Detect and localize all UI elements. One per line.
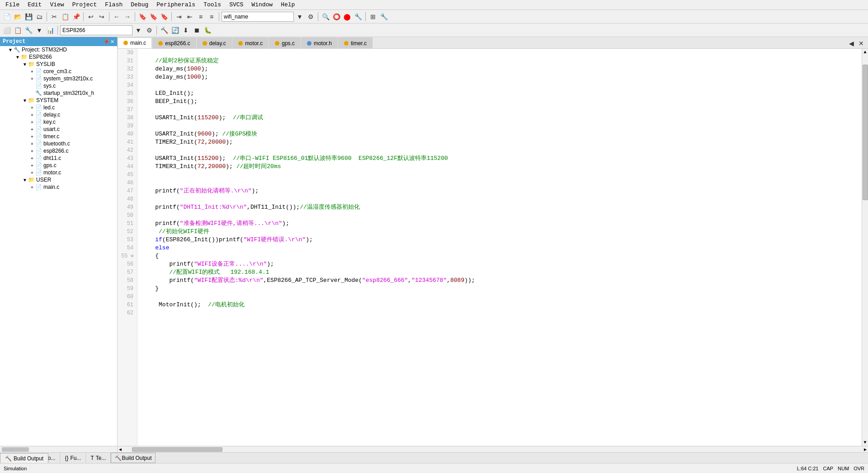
bookmark-btn[interactable]: 🔖 (137, 12, 147, 22)
tab-delay-c[interactable]: delay.c (197, 37, 232, 48)
target-settings-btn[interactable]: ⚙ (144, 25, 154, 35)
panel-close-btn[interactable]: ✕ (110, 39, 114, 45)
scrollbar-up-btn[interactable]: ▲ (863, 49, 867, 56)
tab-gps-c[interactable]: gps.c (269, 37, 301, 48)
tree-item-motor[interactable]: + 📄 motor.c (0, 169, 117, 176)
tree-item-key[interactable]: + 📄 key.c (0, 118, 117, 126)
tree-item-esp8266-c[interactable]: + 📄 esp8266.c (0, 147, 117, 155)
tree-item-core-cm3[interactable]: + 📄 core_cm3.c (0, 68, 117, 75)
stop-btn[interactable]: ⬤ (342, 12, 352, 22)
tree-item-system[interactable]: ▼ 📁 SYSTEM (0, 97, 117, 104)
menu-project[interactable]: Project (69, 0, 101, 9)
tree-item-esp8266-root[interactable]: ▼ 📁 ESP8266 (0, 53, 117, 61)
wifi-select-btn[interactable]: ▼ (295, 12, 305, 22)
indent-btn[interactable]: ⇥ (174, 12, 184, 22)
stop2-btn[interactable]: ⏹ (192, 25, 202, 35)
download-btn[interactable]: ⬇ (181, 25, 191, 35)
tab-motor-h[interactable]: motor.h (301, 37, 338, 48)
menu-svcs[interactable]: SVCS (226, 0, 247, 9)
hscroll-thumb[interactable] (132, 447, 222, 452)
menu-file[interactable]: File (2, 0, 23, 9)
tree-item-gps[interactable]: + 📄 gps.c (0, 162, 117, 169)
build-btn[interactable]: 🔨 (159, 25, 169, 35)
menu-window[interactable]: Window (248, 0, 276, 9)
bottom-tab-templates[interactable]: T Te... (86, 453, 111, 464)
tree-item-usart[interactable]: + 📄 usart.c (0, 126, 117, 133)
unindent-btn[interactable]: ⇤ (185, 12, 195, 22)
rebuild-btn[interactable]: 🔄 (170, 25, 180, 35)
nav-fwd-btn[interactable]: → (123, 12, 132, 22)
bookmark2-btn[interactable]: 🔖 (148, 12, 158, 22)
project-hscroll-thumb[interactable] (2, 447, 29, 452)
vertical-scrollbar[interactable]: ▲ ▼ (862, 49, 868, 446)
menu-debug[interactable]: Debug (127, 0, 152, 9)
hscroll-right-btn[interactable]: ▶ (863, 447, 868, 452)
search-btn[interactable]: 🔍 (321, 12, 330, 22)
paste-btn[interactable]: 📌 (71, 12, 81, 22)
layout-btn[interactable]: ⊞ (368, 12, 378, 22)
redo-btn[interactable]: ↪ (97, 12, 107, 22)
tree-item-dht11[interactable]: + 📄 dht11.c (0, 155, 117, 162)
tab-main-c[interactable]: main.c (118, 37, 152, 48)
hscroll-left-btn[interactable]: ◀ (118, 447, 123, 452)
menu-peripherals[interactable]: Peripherals (153, 0, 199, 9)
settings-btn[interactable]: 🔧 (379, 12, 389, 22)
project-hscroll[interactable] (0, 446, 117, 452)
cut-btn[interactable]: ✂ (49, 12, 59, 22)
tree-item-system-stm32[interactable]: + 📄 system_stm32f10x.c (0, 75, 117, 82)
t2-btn3[interactable]: 🔧 (24, 25, 33, 35)
code-content[interactable]: //延时2秒保证系统稳定 delay_ms(1000); delay_ms(10… (137, 49, 862, 446)
tree-item-sys[interactable]: 📄 sys.c (0, 82, 117, 89)
bottom-tab-functions[interactable]: {} Fu... (60, 453, 86, 464)
tree-item-timer[interactable]: + 📄 timer.c (0, 133, 117, 140)
tool-btn[interactable]: 🔧 (353, 12, 363, 22)
tree-item-user[interactable]: ▼ 📁 USER (0, 176, 117, 183)
undo-btn[interactable]: ↩ (86, 12, 96, 22)
target-dropdown[interactable] (60, 25, 132, 35)
build-output-tab[interactable]: 🔨 Build Output (0, 453, 48, 463)
sep6 (219, 12, 219, 21)
circle-btn[interactable]: ⭕ (331, 12, 341, 22)
copy-btn[interactable]: 📋 (60, 12, 70, 22)
open-btn[interactable]: 📂 (13, 12, 23, 22)
debug2-btn[interactable]: 🐛 (203, 25, 212, 35)
scrollbar-thumb[interactable] (863, 65, 868, 200)
tab-timer-c[interactable]: timer.c (338, 37, 373, 48)
menu-tools[interactable]: Tools (200, 0, 225, 9)
panel-pin-btn[interactable]: 📌 (103, 39, 109, 45)
t2-btn5[interactable]: 📊 (45, 25, 55, 35)
tree-item-led[interactable]: + 📄 led.c (0, 104, 117, 111)
save-btn[interactable]: 💾 (24, 12, 33, 22)
menu-view[interactable]: View (46, 0, 67, 9)
t2-btn2[interactable]: 📋 (13, 25, 23, 35)
code-editor[interactable]: 30 31 32 33 34 35 36 37 38 39 40 41 42 4… (118, 49, 868, 446)
t2-btn1[interactable]: ⬜ (2, 25, 12, 35)
save-all-btn[interactable]: 🗂 (34, 12, 44, 22)
target-dropdown-btn[interactable]: ▼ (133, 25, 143, 35)
wifi-dropdown[interactable] (222, 12, 294, 22)
tab-close-all[interactable]: ✕ (856, 38, 866, 48)
tree-item-startup[interactable]: 🔧 startup_stm32f10x_h (0, 89, 117, 97)
wifi-btn2[interactable]: ⚙ (306, 12, 316, 22)
tree-item-delay[interactable]: + 📄 delay.c (0, 111, 117, 118)
format-btn[interactable]: ≡ (196, 12, 206, 22)
build-output-btn[interactable]: 🔨 Build Output (111, 453, 156, 463)
menu-flash[interactable]: Flash (101, 0, 126, 9)
scrollbar-down-btn[interactable]: ▼ (863, 439, 867, 446)
tree-item-syslib[interactable]: ▼ 📁 SYSLIB (0, 61, 117, 68)
tree-item-project[interactable]: ▼ 🔧 Project: STM32HD (0, 46, 117, 53)
tree-item-bluetooth[interactable]: + 📄 bluetooth.c (0, 140, 117, 147)
tab-scroll-left[interactable]: ◀ (846, 38, 856, 48)
t2-btn4[interactable]: ▼ (34, 25, 44, 35)
tab-esp8266-c[interactable]: esp8266.c (152, 37, 196, 48)
menu-help[interactable]: Help (277, 0, 298, 9)
tab-motor-c[interactable]: motor.c (232, 37, 269, 48)
menu-edit[interactable]: Edit (24, 0, 45, 9)
tree-item-main[interactable]: + 📄 main.c (0, 183, 117, 191)
nav-back-btn[interactable]: ← (112, 12, 122, 22)
format2-btn[interactable]: ≡ (207, 12, 217, 22)
tab-icon-esp8266-c (158, 41, 163, 46)
bookmark3-btn[interactable]: 🔖 (159, 12, 169, 22)
new-btn[interactable]: 📄 (2, 12, 12, 22)
horizontal-scrollbar[interactable]: ◀ ▶ (118, 446, 868, 452)
